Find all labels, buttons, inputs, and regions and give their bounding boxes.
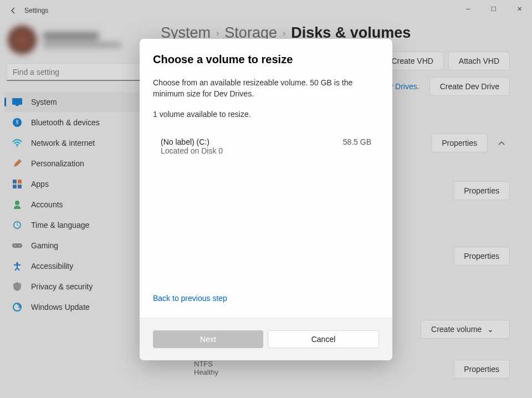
dialog-status: 1 volume available to resize. — [153, 110, 379, 119]
volume-option-location: Located on Disk 0 — [161, 146, 223, 155]
dialog-title: Choose a volume to resize — [153, 53, 379, 66]
dialog-description: Choose from an available resizeable volu… — [153, 77, 379, 100]
cancel-button[interactable]: Cancel — [268, 330, 379, 348]
volume-option[interactable]: (No label) (C:) Located on Disk 0 58.5 G… — [153, 132, 379, 161]
resize-volume-dialog: Choose a volume to resize Choose from an… — [140, 39, 392, 360]
volume-option-label: (No label) (C:) — [161, 137, 223, 146]
volume-option-size: 58.5 GB — [343, 137, 371, 155]
next-button[interactable]: Next — [153, 330, 263, 348]
modal-overlay: Choose a volume to resize Choose from an… — [0, 0, 532, 398]
back-to-previous-link[interactable]: Back to previous step — [153, 294, 379, 303]
